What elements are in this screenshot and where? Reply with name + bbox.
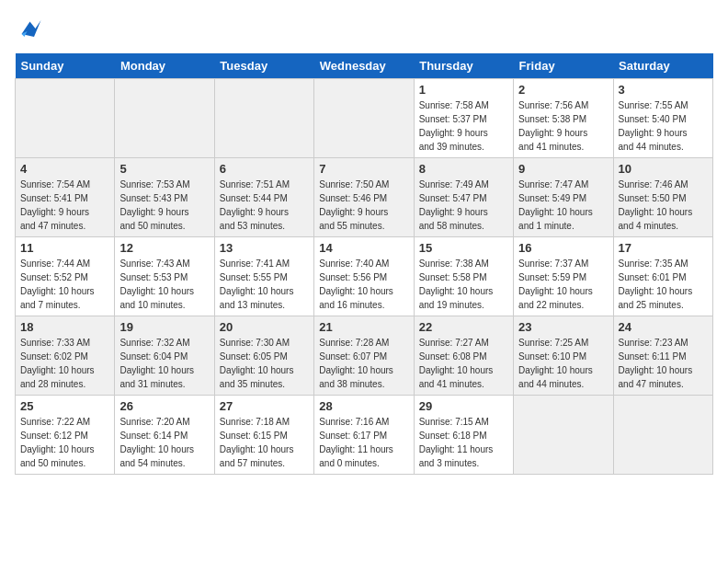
day-info: Sunrise: 7:16 AM Sunset: 6:17 PM Dayligh… (319, 415, 408, 470)
day-info: Sunrise: 7:37 AM Sunset: 5:59 PM Dayligh… (518, 257, 608, 312)
calendar-cell: 5Sunrise: 7:53 AM Sunset: 5:43 PM Daylig… (115, 158, 214, 237)
day-info: Sunrise: 7:35 AM Sunset: 6:01 PM Dayligh… (619, 257, 708, 312)
day-info: Sunrise: 7:38 AM Sunset: 5:58 PM Dayligh… (419, 257, 508, 312)
day-number: 6 (220, 162, 309, 176)
week-row-5: 25Sunrise: 7:22 AM Sunset: 6:12 PM Dayli… (16, 396, 713, 475)
day-number: 14 (319, 241, 408, 255)
calendar-cell (514, 396, 613, 475)
calendar-cell: 9Sunrise: 7:47 AM Sunset: 5:49 PM Daylig… (514, 158, 613, 237)
weekday-header-saturday: Saturday (613, 53, 712, 79)
day-info: Sunrise: 7:53 AM Sunset: 5:43 PM Dayligh… (119, 178, 209, 233)
calendar-cell: 8Sunrise: 7:49 AM Sunset: 5:47 PM Daylig… (414, 158, 513, 237)
calendar-cell: 16Sunrise: 7:37 AM Sunset: 5:59 PM Dayli… (514, 237, 613, 316)
calendar-table: SundayMondayTuesdayWednesdayThursdayFrid… (15, 53, 713, 475)
day-info: Sunrise: 7:46 AM Sunset: 5:50 PM Dayligh… (619, 178, 708, 233)
calendar-cell: 25Sunrise: 7:22 AM Sunset: 6:12 PM Dayli… (16, 396, 115, 475)
day-number: 29 (419, 399, 508, 413)
day-info: Sunrise: 7:50 AM Sunset: 5:46 PM Dayligh… (319, 178, 408, 233)
day-number: 25 (20, 399, 109, 413)
calendar-cell: 13Sunrise: 7:41 AM Sunset: 5:55 PM Dayli… (214, 237, 313, 316)
week-row-4: 18Sunrise: 7:33 AM Sunset: 6:02 PM Dayli… (16, 316, 713, 396)
day-info: Sunrise: 7:30 AM Sunset: 6:05 PM Dayligh… (220, 336, 309, 391)
logo-icon (15, 15, 42, 42)
calendar-cell: 22Sunrise: 7:27 AM Sunset: 6:08 PM Dayli… (414, 316, 513, 396)
day-number: 3 (619, 83, 708, 97)
calendar-cell: 4Sunrise: 7:54 AM Sunset: 5:41 PM Daylig… (16, 158, 115, 237)
weekday-header-friday: Friday (514, 53, 613, 79)
day-info: Sunrise: 7:56 AM Sunset: 5:38 PM Dayligh… (518, 98, 608, 154)
week-row-3: 11Sunrise: 7:44 AM Sunset: 5:52 PM Dayli… (16, 237, 713, 316)
day-number: 22 (419, 320, 508, 334)
day-info: Sunrise: 7:49 AM Sunset: 5:47 PM Dayligh… (419, 178, 508, 233)
calendar-cell: 19Sunrise: 7:32 AM Sunset: 6:04 PM Dayli… (115, 316, 214, 396)
page-header (15, 15, 713, 42)
day-info: Sunrise: 7:44 AM Sunset: 5:52 PM Dayligh… (20, 257, 109, 312)
day-info: Sunrise: 7:55 AM Sunset: 5:40 PM Dayligh… (619, 98, 708, 154)
day-info: Sunrise: 7:18 AM Sunset: 6:15 PM Dayligh… (220, 415, 309, 470)
weekday-header-sunday: Sunday (16, 53, 115, 79)
day-number: 2 (518, 83, 608, 97)
calendar-cell: 18Sunrise: 7:33 AM Sunset: 6:02 PM Dayli… (16, 316, 115, 396)
day-info: Sunrise: 7:23 AM Sunset: 6:11 PM Dayligh… (619, 336, 708, 391)
calendar-cell: 10Sunrise: 7:46 AM Sunset: 5:50 PM Dayli… (613, 158, 712, 237)
day-info: Sunrise: 7:33 AM Sunset: 6:02 PM Dayligh… (20, 336, 109, 391)
calendar-cell: 29Sunrise: 7:15 AM Sunset: 6:18 PM Dayli… (414, 396, 513, 475)
day-number: 23 (518, 320, 608, 334)
calendar-cell: 6Sunrise: 7:51 AM Sunset: 5:44 PM Daylig… (214, 158, 313, 237)
day-info: Sunrise: 7:54 AM Sunset: 5:41 PM Dayligh… (20, 178, 109, 233)
day-number: 16 (518, 241, 608, 255)
day-number: 20 (220, 320, 309, 334)
day-info: Sunrise: 7:40 AM Sunset: 5:56 PM Dayligh… (319, 257, 408, 312)
calendar-cell (314, 79, 414, 158)
weekday-header-thursday: Thursday (414, 53, 513, 79)
day-number: 17 (619, 241, 708, 255)
day-number: 1 (419, 83, 508, 97)
calendar-cell: 17Sunrise: 7:35 AM Sunset: 6:01 PM Dayli… (613, 237, 712, 316)
calendar-cell: 3Sunrise: 7:55 AM Sunset: 5:40 PM Daylig… (613, 79, 712, 158)
calendar-cell (115, 79, 214, 158)
weekday-header-wednesday: Wednesday (314, 53, 414, 79)
day-info: Sunrise: 7:43 AM Sunset: 5:53 PM Dayligh… (119, 257, 209, 312)
day-number: 12 (119, 241, 209, 255)
day-info: Sunrise: 7:28 AM Sunset: 6:07 PM Dayligh… (319, 336, 408, 391)
day-number: 26 (119, 399, 209, 413)
calendar-cell: 12Sunrise: 7:43 AM Sunset: 5:53 PM Dayli… (115, 237, 214, 316)
day-number: 10 (619, 162, 708, 176)
week-row-1: 1Sunrise: 7:58 AM Sunset: 5:37 PM Daylig… (16, 79, 713, 158)
day-info: Sunrise: 7:32 AM Sunset: 6:04 PM Dayligh… (119, 336, 209, 391)
calendar-cell: 11Sunrise: 7:44 AM Sunset: 5:52 PM Dayli… (16, 237, 115, 316)
logo (15, 15, 46, 42)
day-info: Sunrise: 7:51 AM Sunset: 5:44 PM Dayligh… (220, 178, 309, 233)
day-number: 21 (319, 320, 408, 334)
calendar-cell (613, 396, 712, 475)
day-info: Sunrise: 7:47 AM Sunset: 5:49 PM Dayligh… (518, 178, 608, 233)
day-number: 18 (20, 320, 109, 334)
day-info: Sunrise: 7:20 AM Sunset: 6:14 PM Dayligh… (119, 415, 209, 470)
calendar-cell (214, 79, 313, 158)
calendar-cell: 2Sunrise: 7:56 AM Sunset: 5:38 PM Daylig… (514, 79, 613, 158)
calendar-cell: 24Sunrise: 7:23 AM Sunset: 6:11 PM Dayli… (613, 316, 712, 396)
day-number: 8 (419, 162, 508, 176)
calendar-cell (16, 79, 115, 158)
calendar-cell: 14Sunrise: 7:40 AM Sunset: 5:56 PM Dayli… (314, 237, 414, 316)
day-info: Sunrise: 7:22 AM Sunset: 6:12 PM Dayligh… (20, 415, 109, 470)
day-number: 19 (119, 320, 209, 334)
day-info: Sunrise: 7:41 AM Sunset: 5:55 PM Dayligh… (220, 257, 309, 312)
weekday-header-row: SundayMondayTuesdayWednesdayThursdayFrid… (16, 53, 713, 79)
calendar-cell: 7Sunrise: 7:50 AM Sunset: 5:46 PM Daylig… (314, 158, 414, 237)
day-info: Sunrise: 7:15 AM Sunset: 6:18 PM Dayligh… (419, 415, 508, 470)
day-number: 11 (20, 241, 109, 255)
calendar-cell: 1Sunrise: 7:58 AM Sunset: 5:37 PM Daylig… (414, 79, 513, 158)
calendar-cell: 27Sunrise: 7:18 AM Sunset: 6:15 PM Dayli… (214, 396, 313, 475)
day-number: 27 (220, 399, 309, 413)
day-number: 15 (419, 241, 508, 255)
day-number: 13 (220, 241, 309, 255)
day-info: Sunrise: 7:58 AM Sunset: 5:37 PM Dayligh… (419, 98, 508, 154)
weekday-header-tuesday: Tuesday (214, 53, 313, 79)
day-info: Sunrise: 7:25 AM Sunset: 6:10 PM Dayligh… (518, 336, 608, 391)
day-number: 9 (518, 162, 608, 176)
calendar-cell: 20Sunrise: 7:30 AM Sunset: 6:05 PM Dayli… (214, 316, 313, 396)
calendar-cell: 15Sunrise: 7:38 AM Sunset: 5:58 PM Dayli… (414, 237, 513, 316)
calendar-cell: 21Sunrise: 7:28 AM Sunset: 6:07 PM Dayli… (314, 316, 414, 396)
day-info: Sunrise: 7:27 AM Sunset: 6:08 PM Dayligh… (419, 336, 508, 391)
